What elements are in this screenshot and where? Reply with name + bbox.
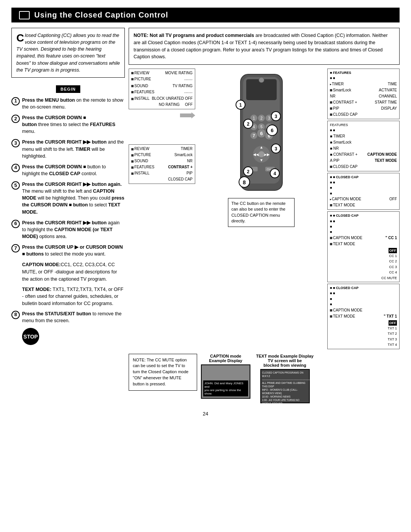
p7-cap-lbl: CAPTION MODE <box>330 307 362 313</box>
step-7-text: Press the CURSOR UP ▶ or CURSOR DOWN ■ b… <box>22 244 125 257</box>
p6-opt-cc1: CC 1 <box>389 253 397 259</box>
step-8: 8 Press the STATUS/EXIT button to remove… <box>11 310 125 324</box>
p7-title: ■ ■ CLOSED CAP <box>330 285 397 291</box>
p3-con-val: START TIME <box>375 99 397 105</box>
step-6-num: 6 <box>11 220 20 228</box>
p3-cc: CLOSED CAP <box>330 112 397 118</box>
p3-pip-val: DISPLAY <box>381 105 397 112</box>
m2-review: REVIEW <box>131 146 149 152</box>
drop-cap: C <box>16 33 24 43</box>
p4-nr: ■ NR <box>330 145 397 152</box>
display-examples: CAPTION modeExample Display JOHN: Did an… <box>201 354 400 403</box>
m2-smartlock: SmartLock <box>174 152 193 158</box>
p6-dots: ■ ■ <box>330 219 397 224</box>
m1-install: INSTALL <box>131 96 150 102</box>
p4-con-lbl: ■ CONTRAST + <box>330 152 357 158</box>
p6-cap-val: " CC 1 <box>386 235 397 241</box>
m1-movie-rating: MOVIE RATING <box>165 70 193 76</box>
step-2-text: Press the CURSOR DOWN ■button three time… <box>22 114 125 135</box>
p4-pip-lbl: A PIP <box>330 158 339 164</box>
p5-capmode: ▸CAPTION MODE OFF <box>330 196 397 202</box>
p7-options: OFF TXT 1 TXT 2 TXT 3 TXT 4 <box>330 320 397 348</box>
svg-point-28 <box>258 151 264 157</box>
m2-features: FEATURES <box>131 164 155 170</box>
page-number: 24 <box>11 411 400 417</box>
text-example-label: TEXT mode Example DisplayTV screen will … <box>256 354 314 367</box>
p3-nr-val: CHANNEL <box>379 93 397 99</box>
m2-sound: SOUND <box>131 158 148 164</box>
caption-text-overlay: JOHN: Did and Mary JONES andyou are part… <box>203 380 248 396</box>
step-6: 6 Press the CURSOR RIGHT ▶▶ button again… <box>11 219 125 240</box>
p3-smartlock: SmartLock ACTIVATE <box>330 87 397 93</box>
svg-text:6: 6 <box>271 128 273 133</box>
note-bold: NOTE: Not all TV programs and product co… <box>134 33 254 38</box>
left-column: C losed Captioning (CC) allows you to re… <box>11 28 129 403</box>
m2-install: INSTALL <box>131 170 150 176</box>
p6-opt-cc3: CC 3 <box>389 264 397 270</box>
note-cc-button: The CC button on the remote can also be … <box>228 198 295 227</box>
svg-text:4: 4 <box>273 171 276 176</box>
step-4: 4 Press the CURSOR DOWN ■ button to high… <box>11 163 125 177</box>
m1-features: FEATURES <box>131 89 155 96</box>
svg-text:1: 1 <box>239 102 242 108</box>
m1-norating: NO RATING OFF <box>159 102 193 108</box>
p4-pip: A PIP TEXT MODE <box>330 158 397 164</box>
caption-example-label: CAPTION modeExample Display <box>209 354 242 363</box>
svg-point-4 <box>259 77 264 83</box>
p3-sl-lbl: SmartLock <box>330 87 351 93</box>
p7-opt-txt1: TXT 1 <box>388 326 397 331</box>
arrow-connector-1 <box>129 112 195 119</box>
panel-closed-cap-1: ■ ■ CLOSED CAP ■ ■ ■ ■ ▸CAPTION MODE OFF… <box>327 173 400 210</box>
p4-timer: ■ TIMER <box>330 133 397 139</box>
m2-nr: NR <box>187 158 193 164</box>
m1-tv-rating: TV RATING <box>172 83 193 89</box>
p7-opt-txt4: TXT 4 <box>388 342 397 347</box>
p6-txt-lbl: TEXT MODE <box>330 241 355 247</box>
step-1-num: 1 <box>11 97 20 105</box>
p4-timer-lbl: ■ TIMER <box>330 133 345 139</box>
remote-wrapper: 1 2 3 4 5 6 7 6 <box>220 72 303 194</box>
caption-example: CAPTION modeExample Display JOHN: Did an… <box>201 354 250 399</box>
step-8-num: 8 <box>11 311 20 319</box>
p7-txt-lbl: TEXT MODE <box>330 313 355 320</box>
p7-txt-val: " TXT 1 <box>384 313 397 320</box>
text-mode-desc: TEXT MODE: TXT1, TXT2,TXT3, TXT4, or OFF… <box>22 286 125 307</box>
menu1-row6: NO RATING OFF <box>131 102 193 108</box>
menu1-row4: FEATURES ------ <box>131 89 193 96</box>
main-layout: C losed Captioning (CC) allows you to re… <box>11 28 400 403</box>
p5-txt-lbl: TEXT MODE <box>330 202 355 208</box>
stop-icon: STOP <box>22 328 39 345</box>
m1-picture: PICTURE <box>131 76 151 83</box>
menu2-row5: INSTALL PIP <box>131 170 193 176</box>
step-4-num: 4 <box>11 164 20 172</box>
p6-opt-cc2: CC 2 <box>389 259 397 264</box>
menu-panel-2: REVIEW TIMER PICTURE SmartLock SOUND NR … <box>129 144 195 184</box>
text-content-overlay: CLOSED CAPTION PROGRAMS ON W.KY.Z ──────… <box>262 371 308 416</box>
menu1-row2: PICTURE ------ <box>131 76 193 83</box>
p7-dots: ■ ■ <box>330 291 397 296</box>
p6-cap-lbl: CAPTION MODE <box>330 235 362 241</box>
intro-box: C losed Captioning (CC) allows you to re… <box>11 28 125 78</box>
p4-contrast: ■ CONTRAST + CAPTION MODE <box>330 152 397 158</box>
p3-timer-val: TIME <box>388 81 397 87</box>
caption-screen: JOHN: Did and Mary JONES andyou are part… <box>201 364 250 399</box>
p6-opt-ccmute: CC MUTE <box>381 275 397 281</box>
svg-text:5: 5 <box>260 125 263 129</box>
menus-left: REVIEW MOVIE RATING PICTURE ------ SOUND… <box>129 69 195 349</box>
p7-opt-txt3: TXT 3 <box>388 337 397 342</box>
step-2-num: 2 <box>11 115 20 123</box>
p3-title: ■ FEATURES <box>330 70 397 75</box>
p3-nr: NR CHANNEL <box>330 93 397 99</box>
note-cc-mute: NOTE: The CC MUTE option can be used to … <box>129 354 197 391</box>
m2-closedcap: CLOSED CAP <box>168 176 193 182</box>
tv-icon <box>19 11 30 19</box>
svg-text:7: 7 <box>252 133 255 138</box>
p6-opt-cc4: CC 4 <box>389 270 397 275</box>
m2-contrast: CONTRAST + <box>168 164 193 170</box>
stop-area: STOP <box>22 328 125 345</box>
menu2-row4: FEATURES CONTRAST + <box>131 164 193 170</box>
m1-review: REVIEW <box>131 70 149 76</box>
arrow-svg-1 <box>180 112 195 119</box>
p4-smartlock: ■ SmartLock <box>330 139 397 145</box>
p7-capmode: CAPTION MODE <box>330 307 397 313</box>
